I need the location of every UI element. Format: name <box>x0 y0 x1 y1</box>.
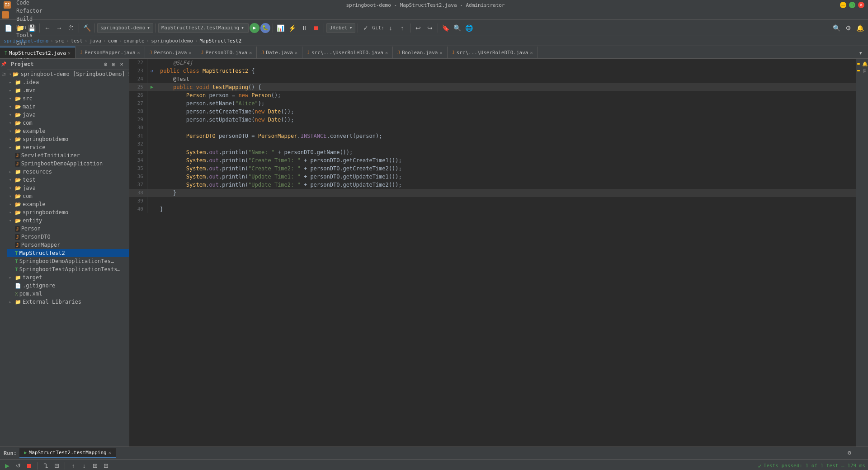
rerun-button[interactable]: ↺ <box>14 461 23 470</box>
git-update-button[interactable]: ↓ <box>385 23 396 33</box>
menu-item-refactor[interactable]: Refactor <box>13 7 46 15</box>
left-icon-bookmarks[interactable]: 📌 <box>0 61 7 67</box>
line-gutter-23[interactable]: ↺ <box>147 67 156 75</box>
debug-button[interactable]: 🐛 <box>260 23 270 33</box>
forward-button[interactable]: → <box>54 23 65 33</box>
tree-item-13[interactable]: ▾📂test <box>7 176 129 184</box>
tab-userroledto1[interactable]: J src\...\UserRoleDTO.java ✕ <box>302 47 393 58</box>
new-button[interactable]: 📄 <box>3 23 14 33</box>
tab-close-0[interactable]: ✕ <box>68 51 71 56</box>
tree-item-18[interactable]: ▾📂entity <box>7 216 129 225</box>
nav-part-5[interactable]: example <box>123 38 144 44</box>
menu-item-code[interactable]: Code <box>13 0 46 7</box>
tab-person[interactable]: J Person.java ✕ <box>145 47 197 58</box>
tab-personmapper[interactable]: J PersonMapper.java ✕ <box>75 47 145 58</box>
nav-part-7[interactable]: MapStructTest2 <box>200 38 242 44</box>
nav-part-6[interactable]: springbootdemo <box>151 38 193 44</box>
run-again-button[interactable]: ▶ <box>3 461 12 470</box>
tree-item-25[interactable]: ▸📁target <box>7 273 129 282</box>
run-gutter-icon[interactable]: ▶ <box>151 83 154 91</box>
tree-item-5[interactable]: ▾📂java <box>7 111 129 119</box>
tab-date[interactable]: J Date.java ✕ <box>257 47 302 58</box>
code-editor[interactable]: 22 @SLF4j23↺public class MapStructTest2 … <box>129 59 861 213</box>
sidebar-expand[interactable]: ⊞ <box>110 61 117 68</box>
tree-item-14[interactable]: ▾📂java <box>7 184 129 192</box>
nav-part-0[interactable]: springboot-demo <box>4 38 48 44</box>
tree-item-19[interactable]: JPerson <box>7 225 129 233</box>
nav-part-1[interactable]: src <box>55 38 64 44</box>
pause-button[interactable]: ⏸ <box>299 23 310 33</box>
sidebar-settings[interactable]: ⚙ <box>102 61 109 68</box>
open-button[interactable]: 📁 <box>14 23 25 33</box>
tab-overflow[interactable]: ▾ <box>855 47 866 58</box>
tab-close-6[interactable]: ✕ <box>439 50 442 55</box>
minimize-button[interactable]: — <box>840 2 846 8</box>
tab-mapstructtest2[interactable]: T MapStructTest2.java ✕ <box>0 47 75 58</box>
recent-button[interactable]: ⏱ <box>66 23 76 33</box>
tree-item-9[interactable]: ▸📁service <box>7 143 129 151</box>
tree-item-8[interactable]: ▾📂springbootdemo <box>7 135 129 143</box>
stop-run-button[interactable]: ⏹ <box>24 461 33 470</box>
close-button[interactable]: ✕ <box>858 2 864 8</box>
search-everywhere[interactable]: 🔍 <box>831 23 842 33</box>
tab-close-2[interactable]: ✕ <box>189 50 191 55</box>
menu-item-build[interactable]: Build <box>13 15 46 23</box>
reload-gutter-icon[interactable]: ↺ <box>151 67 153 75</box>
redo-button[interactable]: ↪ <box>425 23 435 33</box>
undo-button[interactable]: ↩ <box>413 23 424 33</box>
prev-fail[interactable]: ↑ <box>69 461 78 470</box>
sort-button[interactable]: ⇅ <box>41 461 50 470</box>
tree-item-1[interactable]: ▸📁.idea <box>7 78 129 86</box>
collapse-all[interactable]: ⊟ <box>101 461 110 470</box>
tree-item-11[interactable]: JSpringbootDemoApplication <box>7 160 129 168</box>
tab-close-1[interactable]: ✕ <box>137 50 140 55</box>
tab-close-5[interactable]: ✕ <box>385 50 388 55</box>
back-button[interactable]: ← <box>42 23 53 33</box>
tree-item-16[interactable]: ▾📂example <box>7 200 129 208</box>
tree-item-0[interactable]: ▾📂springboot-demo [SpringbootDemo] Sprin… <box>7 70 129 78</box>
notifications[interactable]: 🔔 <box>854 23 865 33</box>
tab-persondto[interactable]: J PersonDTO.java ✕ <box>196 47 257 58</box>
tree-item-3[interactable]: ▾📂src <box>7 94 129 103</box>
translate-button[interactable]: 🌐 <box>464 23 475 33</box>
build-btn[interactable]: 🔨 <box>81 23 92 33</box>
git-check-button[interactable]: ✓ <box>360 23 371 33</box>
run-button[interactable]: ▶ <box>250 23 259 33</box>
right-icon-database[interactable]: 🗄 <box>862 68 868 74</box>
nav-part-3[interactable]: java <box>90 38 102 44</box>
editor-scrollbar[interactable] <box>856 59 861 446</box>
tree-item-7[interactable]: ▾📂example <box>7 127 129 135</box>
profiler-button[interactable]: ⚡ <box>287 23 298 33</box>
tab-userroledto2[interactable]: J src\...\UserRoleDTO.java ✕ <box>448 47 538 58</box>
run-tab-active[interactable]: ▶ MapStructTest2.testMapping ✕ <box>19 448 116 458</box>
left-icon-structure[interactable]: 🗂 <box>0 70 7 77</box>
nav-part-4[interactable]: com <box>108 38 117 44</box>
run-settings[interactable]: ⚙ <box>845 449 854 457</box>
save-button[interactable]: 💾 <box>26 23 37 33</box>
tree-item-22[interactable]: TMapStructTest2 <box>7 249 129 257</box>
tab-boolean[interactable]: J Boolean.java ✕ <box>393 47 448 58</box>
tree-item-17[interactable]: ▾📂springbootdemo <box>7 208 129 216</box>
run-tab-close[interactable]: ✕ <box>108 450 111 455</box>
tree-item-24[interactable]: TSpringbootTestApplicationTests… <box>7 265 129 273</box>
tree-item-21[interactable]: JPersonMapper <box>7 241 129 249</box>
coverage-button[interactable]: 📊 <box>275 23 286 33</box>
tree-item-2[interactable]: ▸📁.mvn <box>7 86 129 94</box>
tree-item-15[interactable]: ▾📂com <box>7 192 129 200</box>
expand-all[interactable]: ⊞ <box>90 461 99 470</box>
settings-button[interactable]: ⚙ <box>843 23 854 33</box>
tree-item-27[interactable]: Xpom.xml <box>7 290 129 298</box>
tree-item-26[interactable]: 📄.gitignore <box>7 282 129 290</box>
tab-close-7[interactable]: ✕ <box>530 50 533 55</box>
right-icon-notifications[interactable]: 🔔 <box>862 61 868 67</box>
tab-close-4[interactable]: ✕ <box>295 50 297 55</box>
tree-item-4[interactable]: ▾📂main <box>7 103 129 111</box>
tree-item-23[interactable]: TSpringbootDemoApplicationTes… <box>7 257 129 265</box>
tree-item-12[interactable]: ▸📁resources <box>7 168 129 176</box>
next-fail[interactable]: ↓ <box>80 461 89 470</box>
maximize-button[interactable]: □ <box>849 2 855 8</box>
tree-item-20[interactable]: JPersonDTO <box>7 233 129 241</box>
project-dropdown[interactable]: springboot-demo ▾ <box>97 23 153 33</box>
inspect-button[interactable]: 🔍 <box>452 23 463 33</box>
tree-item-10[interactable]: JServletInitializer <box>7 151 129 160</box>
